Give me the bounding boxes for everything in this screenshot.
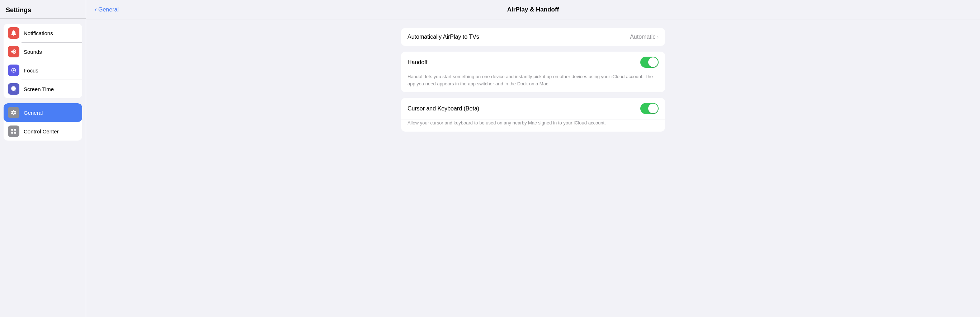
- cursor-keyboard-row: Cursor and Keyboard (Beta): [401, 98, 665, 119]
- sidebar-title: Settings: [0, 0, 86, 19]
- sidebar-item-focus[interactable]: Focus: [3, 61, 82, 79]
- airplay-label: Automatically AirPlay to TVs: [407, 34, 625, 40]
- handoff-row: Handoff: [401, 52, 665, 73]
- sidebar-item-label: Focus: [24, 67, 38, 73]
- toggle-knob-2: [648, 104, 658, 113]
- handoff-label: Handoff: [407, 59, 636, 66]
- airplay-card: Automatically AirPlay to TVs Automatic ›: [401, 28, 665, 46]
- airplay-row[interactable]: Automatically AirPlay to TVs Automatic ›: [401, 28, 665, 46]
- back-button[interactable]: ‹ General: [95, 6, 119, 13]
- svg-rect-3: [14, 132, 16, 134]
- sidebar-item-general[interactable]: General: [3, 103, 82, 122]
- back-label: General: [98, 6, 119, 13]
- cursor-keyboard-card: Cursor and Keyboard (Beta) Allow your cu…: [401, 98, 665, 132]
- main-header: ‹ General AirPlay & Handoff: [86, 0, 980, 19]
- sidebar-item-label: Notifications: [24, 30, 53, 36]
- main-content: Automatically AirPlay to TVs Automatic ›…: [390, 19, 676, 140]
- cursor-keyboard-label: Cursor and Keyboard (Beta): [407, 105, 636, 112]
- svg-rect-1: [14, 129, 16, 130]
- svg-rect-0: [11, 129, 13, 130]
- toggle-knob: [648, 57, 658, 67]
- cursor-keyboard-toggle[interactable]: [640, 103, 659, 114]
- sidebar: Settings Notifications Sounds Focus: [0, 0, 86, 317]
- handoff-toggle[interactable]: [640, 57, 659, 68]
- sidebar-item-notifications[interactable]: Notifications: [3, 24, 82, 42]
- handoff-description: Handoff lets you start something on one …: [401, 73, 665, 92]
- chevron-right-icon: ›: [657, 34, 659, 40]
- sidebar-item-label: Sounds: [24, 49, 42, 55]
- sidebar-section-2: General Control Center: [3, 103, 82, 141]
- sidebar-item-label: Control Center: [24, 128, 59, 135]
- sidebar-item-control-center[interactable]: Control Center: [3, 122, 82, 141]
- sidebar-item-label: General: [24, 110, 43, 116]
- sidebar-section-1: Notifications Sounds Focus Screen Time: [3, 24, 82, 98]
- airplay-value: Automatic ›: [630, 34, 659, 40]
- screen-time-icon: [8, 83, 19, 95]
- page-title: AirPlay & Handoff: [507, 6, 559, 13]
- sounds-icon: [8, 46, 19, 57]
- handoff-card: Handoff Handoff lets you start something…: [401, 52, 665, 92]
- main-panel: ‹ General AirPlay & Handoff Automaticall…: [86, 0, 980, 317]
- control-center-icon: [8, 125, 19, 137]
- back-chevron-icon: ‹: [95, 6, 97, 13]
- svg-rect-2: [11, 132, 13, 134]
- cursor-keyboard-description: Allow your cursor and keyboard to be use…: [401, 119, 665, 132]
- sidebar-item-label: Screen Time: [24, 86, 54, 92]
- sidebar-item-sounds[interactable]: Sounds: [3, 42, 82, 61]
- general-icon: [8, 107, 19, 118]
- sidebar-item-screen-time[interactable]: Screen Time: [3, 79, 82, 98]
- notifications-icon: [8, 27, 19, 39]
- focus-icon: [8, 65, 19, 76]
